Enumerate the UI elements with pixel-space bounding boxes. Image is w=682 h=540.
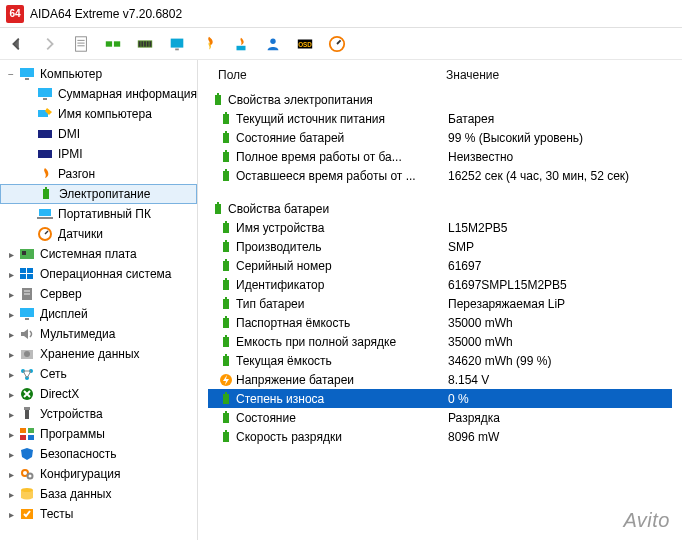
battery-icon — [216, 315, 236, 331]
tree-item-tests[interactable]: ▸ Тесты — [0, 504, 197, 524]
battery-icon — [216, 168, 236, 184]
tree-item-config[interactable]: ▸ Конфигурация — [0, 464, 197, 484]
back-button[interactable] — [6, 33, 28, 55]
expand-icon[interactable]: ▸ — [4, 369, 18, 380]
server-icon — [18, 286, 36, 302]
tree-item-security[interactable]: ▸ Безопасность — [0, 444, 197, 464]
property-row[interactable]: Напряжение батареи8.154 V — [208, 370, 672, 389]
expand-icon[interactable]: ▸ — [4, 509, 18, 520]
group-battery-properties[interactable]: Свойства батареи — [208, 199, 672, 218]
user-button[interactable] — [262, 33, 284, 55]
svg-rect-86 — [223, 356, 229, 366]
tree-item-ipmi[interactable]: IPMI — [0, 144, 197, 164]
tree-item-computername[interactable]: Имя компьютера — [0, 104, 197, 124]
battery-icon — [216, 296, 236, 312]
monitor-button[interactable] — [166, 33, 188, 55]
group-label: Свойства электропитания — [228, 93, 440, 107]
tree-view[interactable]: − Компьютер Суммарная информация Имя ком… — [0, 60, 198, 540]
svg-rect-5 — [114, 41, 120, 46]
expand-icon[interactable]: ▸ — [4, 469, 18, 480]
group-power-properties[interactable]: Свойства электропитания — [208, 90, 672, 109]
property-row[interactable]: Паспортная ёмкость35000 mWh — [208, 313, 672, 332]
tree-item-power[interactable]: Электропитание — [0, 184, 197, 204]
property-row[interactable]: Текущий источник питанияБатарея — [208, 109, 672, 128]
expand-icon[interactable]: ▸ — [4, 349, 18, 360]
property-label: Серийный номер — [236, 259, 448, 273]
property-row[interactable]: Имя устройстваL15M2PB5 — [208, 218, 672, 237]
expand-icon[interactable]: ▸ — [4, 309, 18, 320]
property-row[interactable]: Идентификатор61697SMPL15M2PB5 — [208, 275, 672, 294]
property-value: L15M2PB5 — [448, 221, 672, 235]
tree-item-directx[interactable]: ▸ DirectX — [0, 384, 197, 404]
property-row[interactable]: Скорость разрядки8096 mW — [208, 427, 672, 446]
svg-rect-63 — [225, 112, 227, 114]
property-row[interactable]: Тип батареиПерезаряжаемая LiP — [208, 294, 672, 313]
svg-rect-74 — [223, 242, 229, 252]
property-row[interactable]: СостояниеРазрядка — [208, 408, 672, 427]
column-value[interactable]: Значение — [446, 68, 672, 82]
property-label: Идентификатор — [236, 278, 448, 292]
column-field[interactable]: Поле — [218, 68, 446, 82]
collapse-icon[interactable]: − — [4, 69, 18, 80]
property-label: Тип батареи — [236, 297, 448, 311]
gauge-button[interactable] — [326, 33, 348, 55]
tree-item-os[interactable]: ▸ Операционная система — [0, 264, 197, 284]
property-row[interactable]: Емкость при полной зарядке35000 mWh — [208, 332, 672, 351]
tree-item-overclock[interactable]: Разгон — [0, 164, 197, 184]
expand-icon[interactable]: ▸ — [4, 449, 18, 460]
battery-icon — [216, 220, 236, 236]
tree-item-motherboard[interactable]: ▸ Системная плата — [0, 244, 197, 264]
tree-item-display[interactable]: ▸ Дисплей — [0, 304, 197, 324]
app-icon: 64 — [6, 5, 24, 23]
property-row[interactable]: ПроизводительSMP — [208, 237, 672, 256]
tree-item-computer[interactable]: − Компьютер — [0, 64, 197, 84]
svg-rect-41 — [24, 293, 30, 295]
svg-rect-12 — [171, 38, 184, 47]
property-row[interactable]: Оставшееся время работы от ...16252 сек … — [208, 166, 672, 185]
svg-rect-0 — [76, 36, 87, 50]
tree-item-server[interactable]: ▸ Сервер — [0, 284, 197, 304]
expand-icon[interactable]: ▸ — [4, 389, 18, 400]
tree-item-multimedia[interactable]: ▸ Мультимедиа — [0, 324, 197, 344]
expand-icon[interactable]: ▸ — [4, 409, 18, 420]
chips-button[interactable] — [102, 33, 124, 55]
svg-rect-73 — [225, 221, 227, 223]
tree-item-network[interactable]: ▸ Сеть — [0, 364, 197, 384]
property-value: 8096 mW — [448, 430, 672, 444]
property-row[interactable]: Состояние батарей99 % (Высокий уровень) — [208, 128, 672, 147]
svg-rect-21 — [25, 78, 29, 80]
property-row[interactable]: Степень износа0 % — [208, 389, 672, 408]
content-pane[interactable]: Поле Значение Свойства электропитания Те… — [198, 60, 682, 540]
svg-rect-42 — [20, 308, 34, 317]
svg-text:OSD: OSD — [298, 40, 312, 47]
stress-button[interactable] — [230, 33, 252, 55]
ram-button[interactable] — [134, 33, 156, 55]
tree-item-storage[interactable]: ▸ Хранение данных — [0, 344, 197, 364]
svg-rect-67 — [225, 150, 227, 152]
osd-button[interactable]: OSD — [294, 33, 316, 55]
report-button[interactable] — [70, 33, 92, 55]
forward-button[interactable] — [38, 33, 60, 55]
expand-icon[interactable]: ▸ — [4, 489, 18, 500]
expand-icon[interactable]: ▸ — [4, 329, 18, 340]
tree-item-summary[interactable]: Суммарная информация — [0, 84, 197, 104]
property-row[interactable]: Текущая ёмкость34620 mWh (99 %) — [208, 351, 672, 370]
tree-item-database[interactable]: ▸ База данных — [0, 484, 197, 504]
tree-item-dmi[interactable]: DMI — [0, 124, 197, 144]
tree-label: IPMI — [56, 147, 83, 161]
tree-item-programs[interactable]: ▸ Программы — [0, 424, 197, 444]
fire-button[interactable] — [198, 33, 220, 55]
expand-icon[interactable]: ▸ — [4, 289, 18, 300]
property-row[interactable]: Полное время работы от ба...Неизвестно — [208, 147, 672, 166]
tree-item-portable[interactable]: Портативный ПК — [0, 204, 197, 224]
svg-rect-64 — [223, 133, 229, 143]
tree-label: Программы — [38, 427, 105, 441]
expand-icon[interactable]: ▸ — [4, 429, 18, 440]
tree-item-devices[interactable]: ▸ Устройства — [0, 404, 197, 424]
expand-icon[interactable]: ▸ — [4, 249, 18, 260]
battery-icon — [216, 239, 236, 255]
tree-item-sensors[interactable]: Датчики — [0, 224, 197, 244]
property-row[interactable]: Серийный номер61697 — [208, 256, 672, 275]
expand-icon[interactable]: ▸ — [4, 269, 18, 280]
property-label: Степень износа — [236, 392, 448, 406]
